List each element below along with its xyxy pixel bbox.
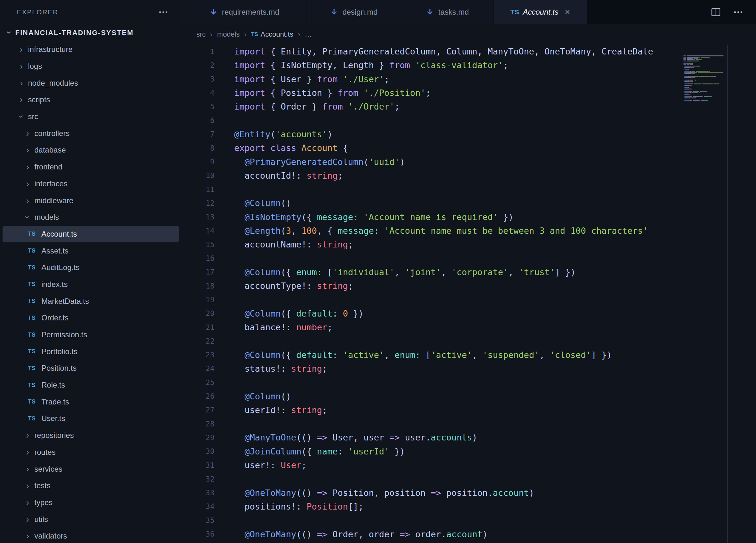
typescript-icon: TS bbox=[28, 382, 38, 389]
editor-actions bbox=[711, 0, 756, 24]
breadcrumb-item-…[interactable]: … bbox=[305, 30, 312, 39]
line-number: 29 bbox=[182, 434, 214, 442]
code-line: 11 bbox=[182, 182, 756, 196]
line-number: 26 bbox=[182, 392, 214, 400]
file-item-Role.ts[interactable]: TSRole.ts bbox=[3, 377, 179, 394]
code-line: 35 bbox=[182, 513, 756, 527]
file-item-Trade.ts[interactable]: TSTrade.ts bbox=[3, 393, 179, 410]
folder-item-services[interactable]: ›services bbox=[3, 461, 179, 477]
tab-label: Account.ts bbox=[523, 8, 558, 17]
tree-item-label: node_modules bbox=[28, 79, 78, 88]
tree-item-label: Asset.ts bbox=[41, 246, 68, 255]
line-number: 13 bbox=[182, 213, 214, 221]
breadcrumb-item-src[interactable]: src bbox=[196, 30, 206, 39]
tree-item-label: types bbox=[34, 498, 53, 507]
chevron-right-icon: › bbox=[17, 95, 25, 104]
folder-item-frontend[interactable]: ›frontend bbox=[3, 159, 179, 175]
folder-item-database[interactable]: ›database bbox=[3, 142, 179, 159]
folder-item-types[interactable]: ›types bbox=[3, 494, 179, 511]
tab-Account.ts[interactable]: TSAccount.ts× bbox=[493, 0, 587, 24]
code-line: 30 @JoinColumn({ name: 'userId' }) bbox=[182, 445, 756, 458]
code-line: 8export class Account { bbox=[182, 141, 756, 155]
chevron-right-icon: › bbox=[24, 481, 32, 490]
file-item-User.ts[interactable]: TSUser.ts bbox=[3, 410, 179, 427]
editor-tabs: requirements.mddesign.mdtasks.mdTSAccoun… bbox=[182, 0, 756, 24]
code-line: 22 bbox=[182, 334, 756, 348]
file-item-MarketData.ts[interactable]: TSMarketData.ts bbox=[3, 293, 179, 310]
tab-design.md[interactable]: design.md bbox=[306, 0, 401, 24]
chevron-right-icon: › bbox=[24, 129, 32, 138]
line-number: 20 bbox=[182, 309, 214, 318]
split-editor-icon[interactable] bbox=[711, 8, 721, 17]
chevron-right-icon: › bbox=[24, 145, 32, 154]
breadcrumb-item-Account.ts[interactable]: TSAccount.ts bbox=[251, 30, 293, 39]
folder-item-repositories[interactable]: ›repositories bbox=[3, 427, 179, 444]
file-item-Portfolio.ts[interactable]: TSPortfolio.ts bbox=[3, 343, 179, 360]
folder-item-src[interactable]: ›src bbox=[3, 108, 179, 125]
tree-item-label: routes bbox=[34, 448, 56, 457]
line-number: 15 bbox=[182, 240, 214, 249]
folder-item-controllers[interactable]: ›controllers bbox=[3, 125, 179, 142]
folder-item-scripts[interactable]: ›scripts bbox=[3, 91, 179, 108]
file-item-Position.ts[interactable]: TSPosition.ts bbox=[3, 360, 179, 377]
markdown-icon bbox=[209, 8, 218, 17]
minimap[interactable] bbox=[683, 45, 728, 543]
tree-item-label: tests bbox=[34, 481, 51, 490]
file-item-Asset.ts[interactable]: TSAsset.ts bbox=[3, 242, 179, 259]
folder-item-validators[interactable]: ›validators bbox=[3, 528, 179, 543]
code-line: 23 @Column({ default: 'active', enum: ['… bbox=[182, 348, 756, 362]
tab-requirements.md[interactable]: requirements.md bbox=[182, 0, 306, 24]
typescript-icon: TS bbox=[28, 247, 38, 254]
folder-item-routes[interactable]: ›routes bbox=[3, 444, 179, 461]
line-number: 33 bbox=[182, 489, 214, 497]
folder-item-logs[interactable]: ›logs bbox=[3, 58, 179, 75]
line-number: 14 bbox=[182, 227, 214, 235]
line-number: 7 bbox=[182, 130, 214, 138]
folder-item-tests[interactable]: ›tests bbox=[3, 477, 179, 494]
markdown-icon bbox=[425, 8, 434, 17]
line-number: 24 bbox=[182, 364, 214, 373]
project-root-label: FINANCIAL-TRADING-SYSTEM bbox=[15, 29, 134, 37]
tab-close-icon[interactable]: × bbox=[565, 8, 570, 17]
file-item-Permission.ts[interactable]: TSPermission.ts bbox=[3, 327, 179, 343]
line-number: 22 bbox=[182, 337, 214, 345]
editor-more-icon[interactable] bbox=[734, 11, 743, 13]
project-root-item[interactable]: › FINANCIAL-TRADING-SYSTEM bbox=[0, 24, 182, 41]
line-number: 34 bbox=[182, 502, 214, 511]
code-editor[interactable]: 1import { Entity, PrimaryGeneratedColumn… bbox=[182, 45, 756, 543]
folder-item-models[interactable]: ›models bbox=[3, 209, 179, 226]
tree-item-label: controllers bbox=[34, 129, 70, 138]
typescript-icon: TS bbox=[251, 31, 258, 38]
chevron-right-icon: › bbox=[24, 515, 32, 524]
folder-item-middleware[interactable]: ›middleware bbox=[3, 192, 179, 209]
tree-item-label: middleware bbox=[34, 196, 73, 205]
typescript-icon: TS bbox=[28, 281, 38, 288]
code-line: 15 accountName!: string; bbox=[182, 237, 756, 251]
tree-item-label: Order.ts bbox=[41, 314, 68, 322]
file-item-Account.ts[interactable]: TSAccount.ts bbox=[3, 226, 179, 243]
breadcrumb-item-models[interactable]: models bbox=[217, 30, 240, 39]
folder-item-interfaces[interactable]: ›interfaces bbox=[3, 175, 179, 192]
code-line: 21 balance!: number; bbox=[182, 321, 756, 334]
folder-item-utils[interactable]: ›utils bbox=[3, 511, 179, 528]
file-item-index.ts[interactable]: TSindex.ts bbox=[3, 276, 179, 293]
code-line: 27 userId!: string; bbox=[182, 403, 756, 417]
file-item-AuditLog.ts[interactable]: TSAuditLog.ts bbox=[3, 259, 179, 276]
tab-tasks.md[interactable]: tasks.md bbox=[401, 0, 493, 24]
folder-item-node_modules[interactable]: ›node_modules bbox=[3, 74, 179, 91]
code-line: 12 @Column() bbox=[182, 196, 756, 210]
code-line: 14 @Length(3, 100, { message: 'Account n… bbox=[182, 224, 756, 237]
code-line: 18 accountType!: string; bbox=[182, 279, 756, 293]
explorer-more-icon[interactable] bbox=[159, 11, 168, 13]
typescript-icon: TS bbox=[28, 348, 38, 355]
folder-item-infrastructure[interactable]: ›infrastructure bbox=[3, 41, 179, 58]
tab-label: requirements.md bbox=[222, 8, 279, 17]
code-line: 3import { User } from './User'; bbox=[182, 72, 756, 86]
code-line: 20 @Column({ default: 0 }) bbox=[182, 307, 756, 321]
tree-item-label: MarketData.ts bbox=[41, 297, 89, 306]
file-item-Order.ts[interactable]: TSOrder.ts bbox=[3, 310, 179, 327]
line-number: 6 bbox=[182, 116, 214, 124]
chevron-right-icon: › bbox=[24, 162, 32, 171]
tree-item-label: AuditLog.ts bbox=[41, 263, 80, 272]
typescript-icon: TS bbox=[28, 230, 38, 237]
